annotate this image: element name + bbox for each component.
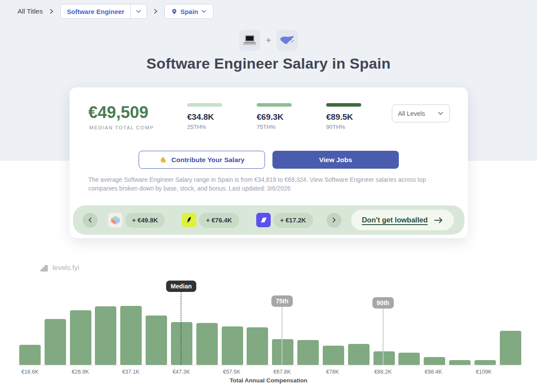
prism-company-logo: [108, 213, 122, 227]
salary-description: The average Software Engineer Salary ran…: [88, 176, 442, 193]
chevron-down-icon: [437, 110, 444, 117]
location-selector[interactable]: Spain: [164, 4, 213, 19]
spain-map-icon: [277, 30, 298, 51]
90th-marker-line: [383, 308, 384, 365]
dont-get-lowballed-button[interactable]: Don't get lowballed: [351, 210, 454, 230]
level-filter-value: All Levels: [398, 110, 425, 117]
chevron-right-icon: [331, 217, 337, 223]
75th-marker-label: 75th: [272, 295, 293, 307]
title-selector-label: Software Engineer: [61, 8, 131, 15]
x-tick-label: €47.3K: [173, 369, 190, 375]
ticker-next-button[interactable]: [327, 213, 342, 228]
percentile-25: €34.8K 25TH%: [187, 103, 244, 130]
x-tick-label: €26.9K: [72, 369, 89, 375]
histogram-bar[interactable]: [424, 357, 445, 365]
x-tick-label: €16.6K: [21, 369, 39, 375]
histogram-bar[interactable]: [19, 345, 41, 365]
chevron-right-icon: [153, 8, 159, 14]
histogram-bar[interactable]: [449, 360, 471, 365]
90th-marker-label: 90th: [372, 297, 394, 309]
contribute-salary-label: Contribute Your Salary: [171, 156, 244, 164]
percentile-75-value: €69.3K: [257, 112, 314, 122]
percentile-75-label: 75TH%: [257, 124, 314, 130]
histogram-bar[interactable]: [348, 344, 370, 365]
ticker-previous-button[interactable]: [83, 213, 98, 228]
x-tick-label: €98.4K: [425, 369, 442, 375]
histogram-bar[interactable]: [398, 353, 420, 365]
chevron-down-icon[interactable]: [131, 8, 146, 14]
histogram-bar[interactable]: [474, 360, 496, 365]
percentile-25-label: 25TH%: [187, 124, 244, 130]
median-marker-label: Median: [166, 281, 196, 292]
histogram-bar[interactable]: [70, 310, 91, 365]
ticker-amount-badge: + €76.4K: [199, 213, 239, 228]
histogram-bar[interactable]: [297, 340, 319, 365]
x-axis-line: [17, 365, 521, 365]
percentile-25-bar: [187, 103, 222, 107]
ticker-amount-badge: + €17.2K: [273, 213, 313, 228]
percentile-90: €89.5K 90TH%: [326, 103, 383, 130]
percentile-25-value: €34.8K: [187, 112, 244, 122]
percentile-90-label: 90TH%: [326, 124, 383, 130]
histogram-bar[interactable]: [500, 331, 521, 365]
breadcrumb-all-titles[interactable]: All Titles: [17, 7, 43, 15]
histogram-bar[interactable]: [373, 351, 395, 365]
x-tick-label: €37.1K: [122, 369, 139, 375]
location-selector-label: Spain: [165, 8, 213, 15]
75th-marker-line: [282, 306, 282, 365]
location-pin-icon: [171, 8, 178, 15]
percentile-75-bar: [257, 103, 292, 107]
histogram-bar[interactable]: [95, 306, 116, 365]
contribute-salary-button[interactable]: Contribute Your Salary: [139, 151, 265, 169]
x-tick-label: €57.5K: [223, 369, 241, 375]
histogram-bar[interactable]: [323, 346, 344, 365]
histogram-bar[interactable]: [247, 327, 268, 365]
x-axis-title: Total Annual Compensation: [0, 377, 537, 384]
title-selector[interactable]: Software Engineer: [60, 4, 147, 19]
x-tick-label: €78K: [326, 369, 339, 375]
robinhood-feather-logo: [182, 213, 196, 227]
breadcrumb: All Titles Software Engineer Spain: [17, 3, 213, 19]
histogram-bar[interactable]: [196, 323, 218, 365]
histogram-bar[interactable]: [222, 326, 243, 365]
histogram-bar[interactable]: [272, 339, 293, 365]
view-jobs-label: View Jobs: [319, 156, 352, 164]
flexed-biceps-icon: [159, 156, 167, 164]
histogram-bar[interactable]: [171, 322, 192, 365]
salary-histogram-chart: levels.fyi €16.6K€26.9K€37.1K€47.3K€57.5…: [0, 245, 537, 392]
hero-icons: +: [0, 30, 537, 51]
histogram-bars: [19, 245, 521, 365]
histogram-bar[interactable]: [146, 316, 167, 365]
chevron-down-icon: [201, 8, 207, 14]
x-tick-label: €67.8K: [273, 369, 291, 375]
histogram-bar[interactable]: [45, 319, 66, 365]
salary-summary-card: €49,509 MEDIAN TOTAL COMP €34.8K 25TH% €…: [70, 87, 468, 238]
median-total-comp-value: €49,509: [88, 103, 148, 122]
percentile-90-value: €89.5K: [326, 112, 383, 122]
percentile-90-bar: [326, 103, 361, 107]
view-jobs-button[interactable]: View Jobs: [272, 151, 399, 169]
percentile-75: €69.3K 75TH%: [257, 103, 314, 130]
level-filter-dropdown[interactable]: All Levels: [392, 104, 450, 122]
histogram-bar[interactable]: [120, 306, 142, 365]
page-title: Software Engineer Salary in Spain: [0, 55, 537, 72]
salary-ticker-strip: + €49.8K + €76.4K + €17.2K Don't get low…: [73, 205, 464, 235]
chevron-right-icon: [49, 8, 55, 14]
x-tick-label: €109K: [476, 369, 492, 375]
arrow-right-icon: [434, 217, 443, 224]
chevron-left-icon: [87, 217, 94, 223]
x-tick-label: €88.2K: [374, 369, 392, 375]
card-buttons: Contribute Your Salary View Jobs: [70, 151, 468, 169]
purple-parallelogram-logo: [256, 213, 271, 227]
median-total-comp-label: MEDIAN TOTAL COMP: [89, 125, 154, 130]
ticker-amount-badge: + €49.8K: [125, 213, 165, 228]
median-marker-line: [181, 292, 181, 365]
plus-sign: +: [266, 35, 271, 45]
dont-get-lowballed-label: Don't get lowballed: [362, 216, 428, 224]
laptop-icon: [239, 30, 260, 51]
